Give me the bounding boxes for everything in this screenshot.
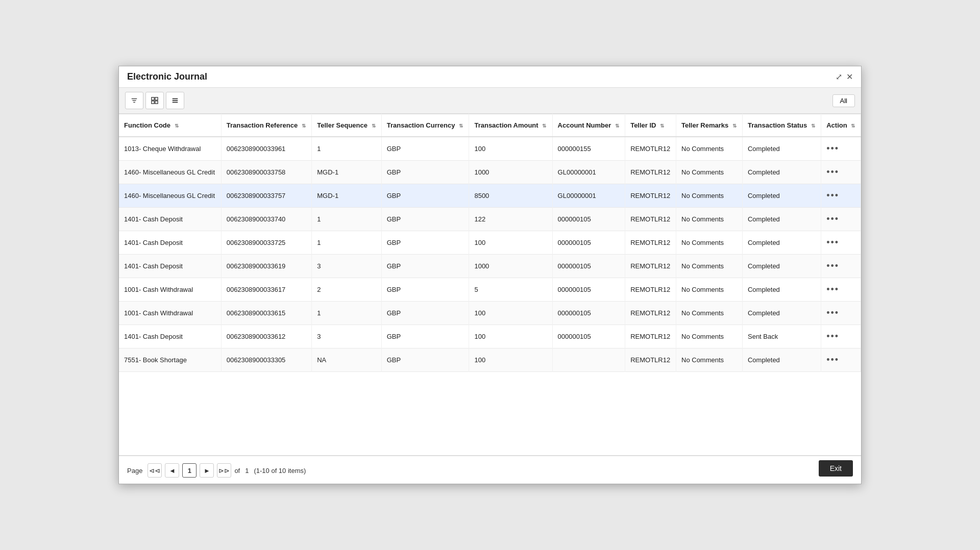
cell-transaction-status: Completed	[742, 255, 821, 278]
cell-transaction-amount: 122	[469, 208, 552, 231]
cell-teller-sequence: MGD-1	[312, 161, 382, 184]
cell-transaction-reference: 0062308900033305	[221, 348, 312, 372]
prev-page-button[interactable]: ◄	[165, 463, 179, 478]
cell-transaction-status: Completed	[742, 137, 821, 161]
cell-transaction-amount: 100	[469, 325, 552, 348]
cell-teller-sequence: 1	[312, 208, 382, 231]
all-button[interactable]: All	[832, 94, 855, 107]
exit-button[interactable]: Exit	[819, 460, 853, 477]
cell-teller-id: REMOTLR12	[625, 137, 676, 161]
cell-transaction-currency: GBP	[381, 208, 469, 231]
action-dots-button[interactable]: •••	[826, 214, 839, 224]
col-account-number: Account Number ⇅	[552, 114, 625, 137]
cell-teller-sequence: 1	[312, 302, 382, 325]
main-window: Electronic Journal ⤢ ✕	[118, 66, 862, 484]
col-transaction-amount: Transaction Amount ⇅	[469, 114, 552, 137]
sort-icon-transaction-status[interactable]: ⇅	[811, 123, 815, 129]
cell-action: •••	[821, 348, 861, 372]
expand-icon[interactable]: ⤢	[836, 72, 842, 82]
cell-teller-sequence: 2	[312, 278, 382, 302]
cell-transaction-status: Sent Back	[742, 325, 821, 348]
cell-teller-remarks: No Comments	[676, 255, 743, 278]
action-dots-button[interactable]: •••	[826, 143, 839, 154]
grid-icon	[151, 96, 158, 105]
cell-account-number: GL00000001	[552, 161, 625, 184]
sort-icon-teller-sequence[interactable]: ⇅	[372, 123, 376, 129]
cell-transaction-reference: 0062308900033615	[221, 302, 312, 325]
action-dots-button[interactable]: •••	[826, 355, 839, 365]
cell-teller-remarks: No Comments	[676, 325, 743, 348]
cell-account-number: 000000105	[552, 231, 625, 255]
filter-button[interactable]	[125, 92, 143, 109]
sort-icon-account-number[interactable]: ⇅	[615, 123, 619, 129]
cell-function-code: 1460- Miscellaneous GL Credit	[119, 161, 221, 184]
cell-teller-sequence: NA	[312, 348, 382, 372]
cell-transaction-status: Completed	[742, 348, 821, 372]
cell-account-number: 000000105	[552, 208, 625, 231]
cell-teller-sequence: 1	[312, 231, 382, 255]
cell-transaction-currency: GBP	[381, 255, 469, 278]
sort-icon-teller-remarks[interactable]: ⇅	[732, 123, 737, 129]
cell-teller-id: REMOTLR12	[625, 348, 676, 372]
cell-action: •••	[821, 137, 861, 161]
cell-function-code: 1001- Cash Withdrawal	[119, 278, 221, 302]
last-page-button[interactable]: ⊳⊳	[217, 463, 231, 478]
first-page-button[interactable]: ⊲⊲	[148, 463, 162, 478]
cell-transaction-amount: 1000	[469, 161, 552, 184]
svg-rect-6	[155, 101, 158, 104]
cell-transaction-status: Completed	[742, 184, 821, 208]
action-dots-button[interactable]: •••	[826, 190, 839, 201]
cell-teller-remarks: No Comments	[676, 278, 743, 302]
close-icon[interactable]: ✕	[846, 72, 853, 82]
cell-account-number: 000000105	[552, 302, 625, 325]
cell-transaction-amount: 100	[469, 348, 552, 372]
cell-teller-remarks: No Comments	[676, 302, 743, 325]
cell-transaction-status: Completed	[742, 278, 821, 302]
cell-transaction-amount: 100	[469, 137, 552, 161]
cell-teller-remarks: No Comments	[676, 208, 743, 231]
grid-button[interactable]	[145, 92, 164, 109]
sort-icon-transaction-reference[interactable]: ⇅	[302, 123, 306, 129]
cell-transaction-reference: 0062308900033617	[221, 278, 312, 302]
action-dots-button[interactable]: •••	[826, 284, 839, 294]
cell-teller-remarks: No Comments	[676, 161, 743, 184]
cell-transaction-amount: 100	[469, 231, 552, 255]
cell-teller-id: REMOTLR12	[625, 208, 676, 231]
svg-rect-3	[152, 97, 154, 100]
table-row: 1013- Cheque Withdrawal00623089000339611…	[119, 137, 861, 161]
sort-icon-function-code[interactable]: ⇅	[175, 123, 179, 129]
table-row: 1401- Cash Deposit00623089000337401GBP12…	[119, 208, 861, 231]
col-teller-remarks: Teller Remarks ⇅	[676, 114, 743, 137]
cell-transaction-reference: 0062308900033758	[221, 161, 312, 184]
sort-icon-teller-id[interactable]: ⇅	[660, 123, 664, 129]
cell-transaction-currency: GBP	[381, 161, 469, 184]
cell-transaction-status: Completed	[742, 302, 821, 325]
action-dots-button[interactable]: •••	[826, 308, 839, 318]
table-row: 1001- Cash Withdrawal00623089000336172GB…	[119, 278, 861, 302]
title-bar-controls: ⤢ ✕	[836, 72, 853, 82]
action-dots-button[interactable]: •••	[826, 261, 839, 271]
cell-account-number: 000000155	[552, 137, 625, 161]
of-label: of	[234, 467, 240, 474]
table-row: 1401- Cash Deposit00623089000336193GBP10…	[119, 255, 861, 278]
page-number-button[interactable]: 1	[182, 463, 197, 478]
action-dots-button[interactable]: •••	[826, 331, 839, 341]
cell-account-number: GL00000001	[552, 184, 625, 208]
cell-teller-id: REMOTLR12	[625, 278, 676, 302]
next-page-button[interactable]: ►	[200, 463, 214, 478]
table-row: 1460- Miscellaneous GL Credit00623089000…	[119, 184, 861, 208]
cell-teller-id: REMOTLR12	[625, 231, 676, 255]
sort-icon-transaction-currency[interactable]: ⇅	[459, 123, 463, 129]
cell-teller-remarks: No Comments	[676, 137, 743, 161]
sort-icon-action[interactable]: ⇅	[851, 123, 855, 129]
menu-button[interactable]	[166, 92, 184, 109]
sort-icon-transaction-amount[interactable]: ⇅	[542, 123, 546, 129]
action-dots-button[interactable]: •••	[826, 237, 839, 247]
table-body: 1013- Cheque Withdrawal00623089000339611…	[119, 137, 861, 372]
action-dots-button[interactable]: •••	[826, 167, 839, 177]
pagination: Page ⊲⊲ ◄ 1 ► ⊳⊳ of 1 (1-10 of 10 items)	[119, 456, 861, 485]
col-action: Action ⇅	[821, 114, 861, 137]
cell-transaction-currency: GBP	[381, 231, 469, 255]
svg-rect-5	[152, 101, 154, 104]
cell-action: •••	[821, 184, 861, 208]
